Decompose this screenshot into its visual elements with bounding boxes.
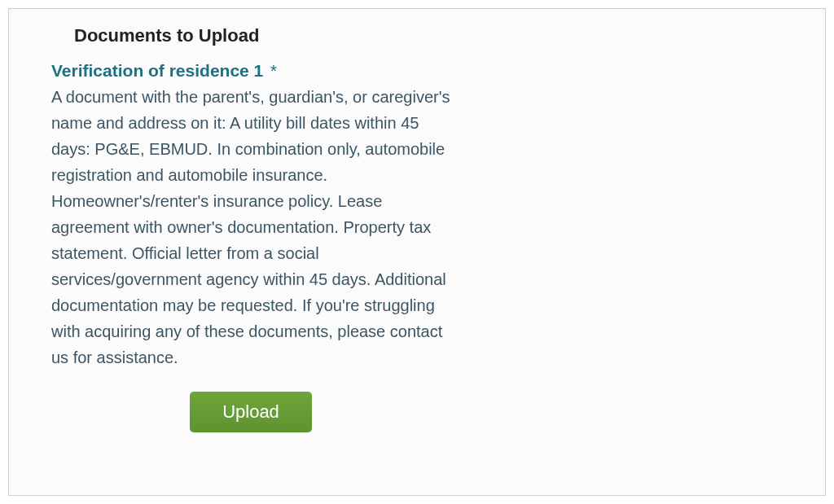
field-description: A document with the parent's, guardian's…	[51, 84, 450, 370]
documents-panel: Documents to Upload Verification of resi…	[8, 8, 826, 496]
button-row: Upload	[51, 392, 450, 432]
upload-button[interactable]: Upload	[190, 392, 312, 432]
field-label-row: Verification of residence 1 *	[51, 61, 450, 81]
field-group: Verification of residence 1 * A document…	[51, 61, 450, 370]
panel-heading: Documents to Upload	[74, 25, 801, 46]
required-indicator: *	[270, 61, 277, 80]
field-label: Verification of residence 1	[51, 61, 263, 80]
